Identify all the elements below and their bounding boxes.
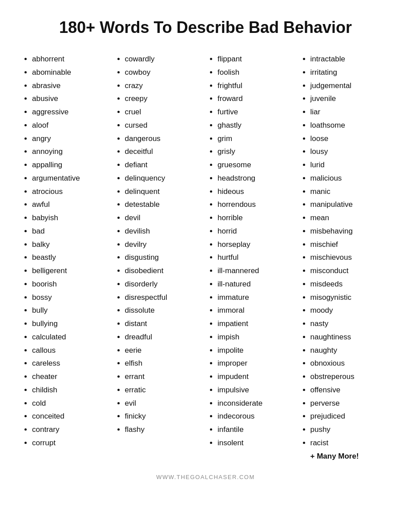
list-item: disgusting	[125, 251, 204, 264]
list-item: mischief	[310, 238, 389, 251]
list-item: annoying	[32, 145, 111, 158]
list-item: racist	[310, 436, 389, 450]
list-item: improper	[218, 357, 296, 370]
list-item: obnoxious	[310, 357, 389, 370]
list-item: ghastly	[218, 119, 296, 132]
list-item: prejudiced	[310, 410, 389, 423]
list-item: distant	[125, 317, 204, 330]
word-columns: abhorrentabominableabrasiveabusiveaggres…	[22, 52, 389, 463]
list-item: impish	[218, 330, 296, 344]
list-item: impudent	[218, 370, 296, 383]
list-item: beastly	[32, 251, 111, 264]
list-item: misconduct	[310, 264, 389, 278]
list-item: manipulative	[310, 198, 389, 211]
list-item: errant	[125, 370, 204, 383]
list-item: foolish	[218, 66, 296, 79]
list-item: evil	[125, 397, 204, 410]
list-item: corrupt	[32, 436, 111, 450]
list-item: bad	[32, 225, 111, 238]
list-item: lurid	[310, 158, 389, 172]
list-item: delinquency	[125, 172, 204, 185]
list-item: immoral	[218, 304, 296, 317]
list-item: dissolute	[125, 304, 204, 317]
list-item: indecorous	[218, 410, 296, 423]
list-item: deceitful	[125, 145, 204, 158]
list-item: crazy	[125, 79, 204, 93]
list-item: argumentative	[32, 172, 111, 185]
list-item: eerie	[125, 344, 204, 357]
list-item: finicky	[125, 410, 204, 423]
list-item: naughtiness	[310, 330, 389, 344]
list-item: nasty	[310, 317, 389, 330]
list-item: angry	[32, 132, 111, 145]
list-item: insolent	[218, 436, 296, 450]
list-item: detestable	[125, 198, 204, 211]
list-item: cursed	[125, 119, 204, 132]
list-item: bossy	[32, 291, 111, 304]
list-item: delinquent	[125, 185, 204, 198]
list-item: bully	[32, 304, 111, 317]
word-column-2: cowardlycowboycrazycreepycruelcurseddang…	[115, 52, 204, 463]
list-item: grisly	[218, 145, 296, 158]
extra-note: + Many More!	[301, 450, 389, 463]
list-item: atrocious	[32, 185, 111, 198]
list-item: inconsiderate	[218, 397, 296, 410]
list-item: awful	[32, 198, 111, 211]
list-item: cruel	[125, 105, 204, 119]
list-item: cowboy	[125, 66, 204, 79]
list-item: horrible	[218, 211, 296, 225]
list-item: intractable	[310, 52, 389, 66]
word-column-3: flippantfoolishfrightfulfrowardfurtivegh…	[208, 52, 296, 463]
list-item: irritating	[310, 66, 389, 79]
list-item: obstreperous	[310, 370, 389, 383]
list-item: hurtful	[218, 251, 296, 264]
list-item: loathsome	[310, 119, 389, 132]
list-item: aloof	[32, 119, 111, 132]
list-item: abrasive	[32, 79, 111, 93]
list-item: cowardly	[125, 52, 204, 66]
list-item: flippant	[218, 52, 296, 66]
list-item: immature	[218, 291, 296, 304]
word-list-1: abhorrentabominableabrasiveabusiveaggres…	[22, 52, 111, 450]
list-item: devilry	[125, 238, 204, 251]
list-item: juvenile	[310, 92, 389, 105]
list-item: judgemental	[310, 79, 389, 93]
list-item: boorish	[32, 278, 111, 291]
list-item: balky	[32, 238, 111, 251]
list-item: abominable	[32, 66, 111, 79]
list-item: infantile	[218, 423, 296, 436]
list-item: babyish	[32, 211, 111, 225]
list-item: grim	[218, 132, 296, 145]
list-item: horrid	[218, 225, 296, 238]
word-column-4: intractableirritatingjudgementaljuvenile…	[301, 52, 389, 463]
list-item: abhorrent	[32, 52, 111, 66]
list-item: mischievous	[310, 251, 389, 264]
list-item: creepy	[125, 92, 204, 105]
list-item: impulsive	[218, 383, 296, 397]
list-item: disorderly	[125, 278, 204, 291]
list-item: childish	[32, 383, 111, 397]
list-item: horseplay	[218, 238, 296, 251]
list-item: misogynistic	[310, 291, 389, 304]
list-item: flashy	[125, 423, 204, 436]
list-item: furtive	[218, 105, 296, 119]
list-item: careless	[32, 357, 111, 370]
list-item: ill-natured	[218, 278, 296, 291]
list-item: abusive	[32, 92, 111, 105]
list-item: misdeeds	[310, 278, 389, 291]
list-item: impatient	[218, 317, 296, 330]
list-item: belligerent	[32, 264, 111, 278]
list-item: moody	[310, 304, 389, 317]
word-list-3: flippantfoolishfrightfulfrowardfurtivegh…	[208, 52, 296, 450]
list-item: liar	[310, 105, 389, 119]
list-item: cold	[32, 397, 111, 410]
list-item: malicious	[310, 172, 389, 185]
word-list-4: intractableirritatingjudgementaljuvenile…	[301, 52, 389, 450]
list-item: misbehaving	[310, 225, 389, 238]
word-list-2: cowardlycowboycrazycreepycruelcurseddang…	[115, 52, 204, 436]
list-item: offensive	[310, 383, 389, 397]
list-item: elfish	[125, 357, 204, 370]
list-item: naughty	[310, 344, 389, 357]
list-item: bullying	[32, 317, 111, 330]
list-item: callous	[32, 344, 111, 357]
